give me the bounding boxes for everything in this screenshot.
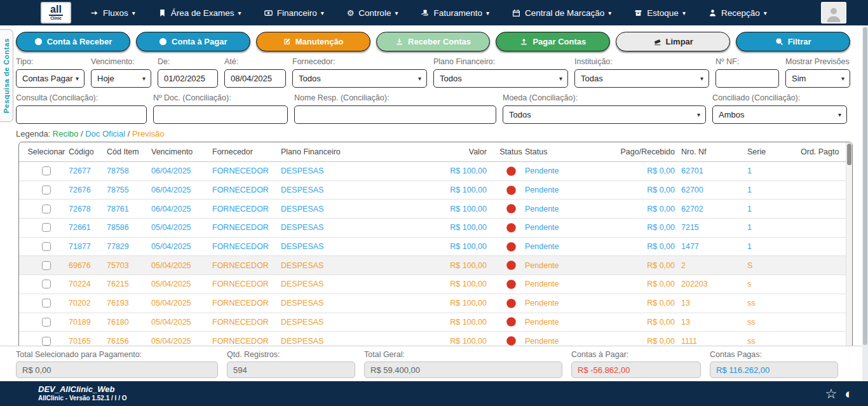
conciliado-conciliacao-select[interactable]: Ambos▾: [712, 105, 847, 124]
allclinic-logo[interactable]: all Clinic: [41, 2, 71, 24]
column-header-cod-item: Cód Item: [107, 147, 151, 156]
cell-vencimento: 06/04/2025: [151, 166, 212, 175]
table-row[interactable]: 726767875506/04/2025FORNECEDORDESPESASR$…: [19, 181, 852, 200]
moeda-conciliacao-select[interactable]: Todos▾: [503, 105, 706, 124]
row-checkbox[interactable]: [42, 280, 51, 288]
conta-a-receber-button[interactable]: Conta à Receber: [16, 32, 130, 51]
cell-fornecedor: FORNECEDOR: [212, 299, 281, 308]
table-row[interactable]: 718777782905/04/2025FORNECEDORDESPESASR$…: [19, 238, 852, 257]
table-row[interactable]: 701897618005/04/2025FORNECEDORDESPESASR$…: [19, 313, 852, 332]
button-label: Limpar: [666, 37, 693, 46]
row-checkbox[interactable]: [42, 299, 51, 308]
qtd-registros-value: 594: [227, 362, 355, 378]
contrast-icon[interactable]: ◐: [844, 386, 853, 402]
nav-item-area-de-exames[interactable]: Área de Exames▾: [158, 8, 241, 18]
vencimento-select[interactable]: Hoje▾: [91, 69, 151, 88]
tipo-select[interactable]: Contas Pagar▾: [16, 69, 85, 88]
page-scrollbar-thumb[interactable]: [863, 27, 867, 345]
caret-down-icon: ▾: [841, 75, 844, 82]
receber-contas-button[interactable]: Receber Contas: [376, 32, 491, 51]
cell-status-icon: [497, 335, 525, 346]
logo-subtext: Clinic: [50, 17, 62, 21]
nav-item-faturamento[interactable]: Faturamento▾: [421, 8, 489, 18]
row-checkbox[interactable]: [42, 261, 51, 270]
nav-item-label: Estoque: [647, 8, 679, 18]
cell-selecionar: [24, 242, 69, 251]
plus-circle-icon: [159, 37, 167, 46]
nav-menu: Fluxos▾Área de Exames▾Financeiro▾⚙Contro…: [90, 8, 767, 18]
cell-status: Pendente: [525, 242, 596, 251]
filter-row-2: Consulta (Conciliação):Nº Doc. (Concilia…: [0, 88, 868, 124]
user-menu[interactable]: [821, 2, 851, 24]
row-checkbox[interactable]: [42, 337, 51, 346]
cell-cod-item: 78758: [107, 166, 151, 175]
limpar-button[interactable]: Limpar: [616, 32, 730, 51]
nav-item-financeiro[interactable]: Financeiro▾: [264, 8, 324, 18]
fornecedor-select[interactable]: Todos▾: [292, 69, 427, 88]
cell-status-icon: [497, 298, 525, 309]
x-circle-icon: [506, 166, 517, 177]
column-header-status: Status: [525, 147, 596, 156]
cell-nro-nf: 1477: [679, 242, 747, 251]
row-checkbox[interactable]: [42, 223, 51, 232]
page-scrollbar[interactable]: [862, 25, 868, 381]
nav-item-fluxos[interactable]: Fluxos▾: [90, 8, 135, 18]
table-row[interactable]: 726777875806/04/2025FORNECEDORDESPESASR$…: [19, 162, 852, 181]
table-scrollbar[interactable]: [846, 142, 852, 356]
nav-item-estoque[interactable]: Estoque▾: [634, 8, 686, 18]
no-doc-conciliacao-input[interactable]: [153, 105, 288, 124]
table-row[interactable]: 726617858605/04/2025FORNECEDORDESPESASR$…: [19, 219, 852, 238]
row-checkbox[interactable]: [42, 166, 51, 175]
legend-separator: /: [81, 129, 83, 139]
table-row[interactable]: 702027619305/04/2025FORNECEDORDESPESASR$…: [19, 294, 852, 313]
row-checkbox[interactable]: [42, 186, 51, 194]
table-row[interactable]: 702247621505/04/2025FORNECEDORDESPESASR$…: [19, 275, 852, 294]
plus-circle-icon: [34, 37, 43, 46]
nav-item-recepcao[interactable]: Recepção▾: [709, 8, 767, 18]
pagar-contas-button[interactable]: Pagar Contas: [496, 32, 610, 51]
nav-item-controle[interactable]: ⚙Controle▾: [347, 8, 398, 18]
nav-item-central-de-marcacao[interactable]: Central de Marcação▾: [512, 8, 611, 18]
table-row[interactable]: 696767570305/04/2025FORNECEDORDESPESASR$…: [19, 256, 852, 275]
row-checkbox[interactable]: [42, 242, 51, 251]
nome-resp-conciliacao-label: Nome Resp. (Conciliação):: [294, 93, 496, 102]
user-avatar[interactable]: [821, 2, 846, 24]
bottom-status-bar: DEV_AllClinic_Web AllClinic - Versão 1.5…: [0, 381, 868, 406]
caret-down-icon: ▾: [238, 10, 241, 17]
de-input[interactable]: [158, 69, 218, 88]
top-navigation-bar: all Clinic Fluxos▾Área de Exames▾Finance…: [0, 0, 868, 25]
instituicao-select[interactable]: Todas▾: [574, 69, 709, 88]
cell-valor: R$ 100,00: [376, 299, 497, 308]
edit-icon: [283, 37, 291, 46]
cell-plano: DESPESAS: [281, 242, 376, 251]
row-checkbox[interactable]: [42, 205, 51, 213]
cell-cod-item: 75703: [107, 261, 151, 270]
star-icon[interactable]: ☆: [825, 386, 837, 402]
cell-vencimento: 05/04/2025: [151, 299, 212, 308]
nome-resp-conciliacao-input[interactable]: [294, 105, 496, 124]
table-row[interactable]: 726787876106/04/2025FORNECEDORDESPESASR$…: [19, 200, 852, 219]
x-circle-icon: [506, 335, 517, 346]
cell-valor: R$ 100,00: [376, 166, 497, 175]
no-nf-input[interactable]: [715, 69, 779, 88]
cell-pago: R$ 0,00: [596, 299, 679, 308]
totals-band: Total Selecionado para Pagamento:R$ 0,00…: [0, 346, 868, 381]
conta-a-pagar-button[interactable]: Conta à Pagar: [136, 32, 250, 51]
cell-plano: DESPESAS: [281, 318, 376, 327]
consulta-conciliacao-input[interactable]: [16, 105, 147, 124]
mostrar-previsoes-label: Mostrar Previsões: [785, 57, 850, 66]
cell-selecionar: [24, 299, 69, 308]
nav-item-label: Fluxos: [103, 8, 128, 18]
table-scrollbar-thumb[interactable]: [847, 144, 851, 165]
cell-codigo: 70224: [69, 280, 107, 288]
ate-input[interactable]: [224, 69, 286, 88]
mostrar-previsoes-select[interactable]: Sim▾: [785, 69, 850, 88]
plano-financeiro-select[interactable]: Todos▾: [433, 69, 568, 88]
cell-vencimento: 05/04/2025: [151, 223, 212, 232]
manutencao-button[interactable]: Manutenção: [256, 32, 370, 51]
cell-fornecedor: FORNECEDOR: [212, 280, 281, 288]
side-tab-pesquisa-de-contas[interactable]: Pesquisa de Contas: [0, 29, 13, 122]
row-checkbox[interactable]: [42, 318, 51, 327]
column-header-serie: Serie: [747, 147, 801, 156]
filtrar-button[interactable]: Filtrar: [736, 32, 850, 51]
